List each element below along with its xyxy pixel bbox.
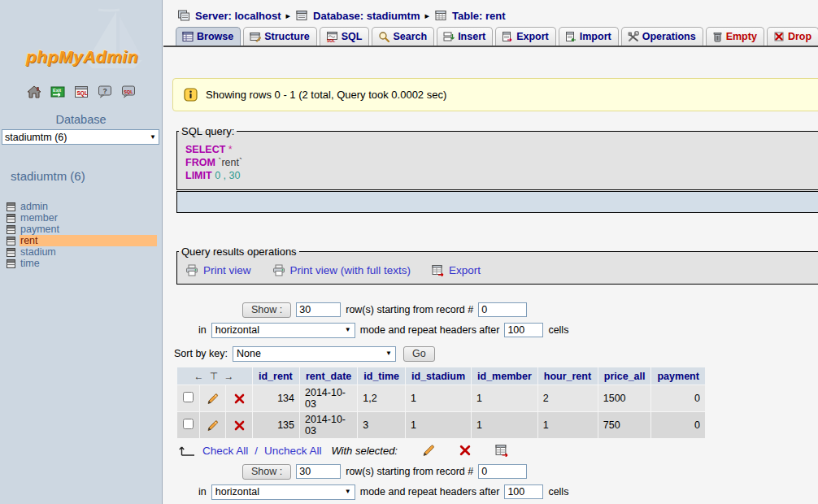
check-separator: / bbox=[255, 445, 258, 457]
col-header-id-time[interactable]: id_time bbox=[358, 367, 405, 385]
breadcrumb-server-link[interactable]: Server: localhost bbox=[195, 10, 281, 22]
tab-drop[interactable]: Drop bbox=[767, 27, 818, 46]
show-button[interactable]: Show : bbox=[242, 302, 291, 318]
sidebar-item-stadium[interactable]: stadium bbox=[0, 246, 162, 258]
col-header-rent-date[interactable]: rent_date bbox=[300, 367, 357, 385]
column-swap-icon[interactable]: ← ⊤ → bbox=[177, 367, 252, 385]
tab-empty[interactable]: Empty bbox=[706, 27, 764, 46]
sql-window-icon[interactable]: SQL bbox=[73, 84, 89, 100]
logout-icon[interactable]: Exit bbox=[50, 84, 66, 100]
sidebar-item-rent[interactable]: rent bbox=[0, 235, 162, 246]
sort-key-select[interactable]: None ▼ bbox=[233, 346, 396, 362]
tab-sql[interactable]: SQL SQL bbox=[320, 27, 370, 46]
cell-id-time: 1,2 bbox=[358, 385, 405, 411]
col-header-hour-rent[interactable]: hour_rent bbox=[538, 367, 598, 385]
chevron-down-icon: ▼ bbox=[150, 134, 156, 141]
mode-select[interactable]: horizontal ▼ bbox=[211, 323, 355, 338]
cell-id-time: 3 bbox=[358, 412, 405, 438]
table-row: 135 2014-10-03 3 1 1 1 750 0 bbox=[177, 412, 705, 438]
svg-text:?: ? bbox=[102, 87, 107, 95]
sort-by-key-label: Sort by key: bbox=[174, 348, 228, 359]
col-header-id-member[interactable]: id_member bbox=[472, 367, 537, 385]
rows-count-input[interactable] bbox=[296, 464, 341, 479]
sidebar-item-admin[interactable]: admin bbox=[0, 201, 162, 212]
drop-icon bbox=[773, 31, 785, 42]
query-results-operations-legend: Query results operations bbox=[179, 245, 299, 258]
start-record-input[interactable] bbox=[478, 464, 527, 479]
cell-hour-rent: 2 bbox=[538, 385, 598, 411]
database-icon bbox=[295, 9, 308, 22]
delete-row-button[interactable] bbox=[226, 412, 252, 438]
check-all-row: Check All / Uncheck All With selected: bbox=[178, 444, 818, 457]
query-window-icon[interactable]: SQL bbox=[120, 84, 137, 100]
repeat-headers-input[interactable] bbox=[504, 484, 543, 499]
uncheck-all-link[interactable]: Uncheck All bbox=[264, 445, 322, 457]
tab-search[interactable]: Search bbox=[372, 27, 434, 46]
edit-row-button[interactable] bbox=[200, 385, 225, 411]
info-icon bbox=[184, 88, 198, 102]
table-row: 134 2014-10-03 1,2 1 1 2 1500 0 bbox=[177, 385, 705, 411]
sidebar-database-link[interactable]: stadiumtm (6) bbox=[11, 169, 85, 183]
table-mini-icon bbox=[7, 225, 15, 234]
sql-query-fieldset: SQL query: SELECT * FROM `rent` LIMIT 0 … bbox=[176, 125, 818, 190]
cell-id-stadium: 1 bbox=[406, 412, 471, 438]
help-icon[interactable]: ? bbox=[97, 84, 113, 100]
show-button[interactable]: Show : bbox=[242, 464, 291, 480]
phpmyadmin-logo[interactable]: phpMyAdmin bbox=[26, 47, 138, 67]
tab-browse[interactable]: Browse bbox=[176, 27, 241, 46]
col-header-id-rent[interactable]: id_rent bbox=[253, 367, 299, 385]
edit-row-button[interactable] bbox=[200, 412, 225, 438]
tab-bar: Browse Structure SQL SQL Search Insert E… bbox=[163, 23, 818, 47]
check-all-link[interactable]: Check All bbox=[202, 445, 248, 457]
row-checkbox[interactable] bbox=[183, 419, 194, 429]
table-export-icon[interactable] bbox=[495, 444, 508, 457]
cell-payment: 0 bbox=[651, 385, 704, 411]
delete-x-icon bbox=[234, 393, 245, 404]
table-mini-icon bbox=[7, 202, 15, 211]
col-header-price-all[interactable]: price_all bbox=[598, 367, 651, 385]
print-view-link[interactable]: Print view bbox=[185, 264, 251, 276]
breadcrumb-database-link[interactable]: Database: stadiumtm bbox=[313, 10, 420, 22]
cell-id-stadium: 1 bbox=[406, 385, 471, 411]
pencil-icon bbox=[207, 393, 219, 405]
sidebar-item-time[interactable]: time bbox=[0, 258, 162, 269]
mode-text: mode and repeat headers after bbox=[360, 486, 500, 497]
pencil-icon[interactable] bbox=[422, 444, 435, 457]
start-record-input[interactable] bbox=[478, 302, 527, 317]
table-icon bbox=[434, 9, 447, 22]
home-icon[interactable] bbox=[26, 84, 42, 100]
query-results-operations-fieldset: Query results operations Print view Prin… bbox=[176, 245, 818, 285]
delete-x-icon[interactable] bbox=[459, 445, 471, 456]
repeat-headers-input[interactable] bbox=[504, 323, 543, 337]
sidebar-item-member[interactable]: member bbox=[0, 212, 162, 224]
delete-row-button[interactable] bbox=[226, 385, 252, 411]
pagination-top-show-row: Show : row(s) starting from record # bbox=[242, 301, 818, 319]
export-link[interactable]: Export bbox=[432, 264, 481, 276]
sidebar-item-payment[interactable]: payment bbox=[0, 224, 162, 235]
go-button[interactable]: Go bbox=[403, 346, 435, 362]
breadcrumb: Server: localhost ▸ Database: stadiumtm … bbox=[177, 8, 818, 23]
cell-price-all: 750 bbox=[598, 412, 651, 438]
col-header-payment[interactable]: payment bbox=[651, 367, 704, 385]
tab-export[interactable]: Export bbox=[495, 27, 556, 46]
row-checkbox[interactable] bbox=[183, 392, 194, 402]
table-mini-icon bbox=[7, 214, 15, 223]
database-heading: Database bbox=[0, 113, 162, 126]
database-select[interactable]: stadiumtm (6) ▼ bbox=[2, 129, 159, 145]
import-icon bbox=[565, 31, 577, 42]
cells-label: cells bbox=[548, 486, 568, 497]
sql-icon: SQL bbox=[326, 31, 338, 42]
tab-insert[interactable]: Insert bbox=[437, 27, 493, 46]
in-label: in bbox=[198, 486, 207, 497]
rows-count-input[interactable] bbox=[296, 302, 341, 317]
tab-operations[interactable]: Operations bbox=[621, 27, 703, 46]
print-view-full-link[interactable]: Print view (with full texts) bbox=[272, 264, 411, 276]
tab-structure[interactable]: Structure bbox=[243, 27, 317, 46]
col-header-id-stadium[interactable]: id_stadium bbox=[406, 367, 471, 385]
mode-select[interactable]: horizontal ▼ bbox=[211, 484, 355, 500]
tab-import[interactable]: Import bbox=[559, 27, 619, 46]
export-icon bbox=[502, 31, 513, 42]
delete-x-icon bbox=[234, 420, 245, 431]
structure-icon bbox=[250, 31, 261, 42]
cells-label: cells bbox=[548, 324, 568, 336]
